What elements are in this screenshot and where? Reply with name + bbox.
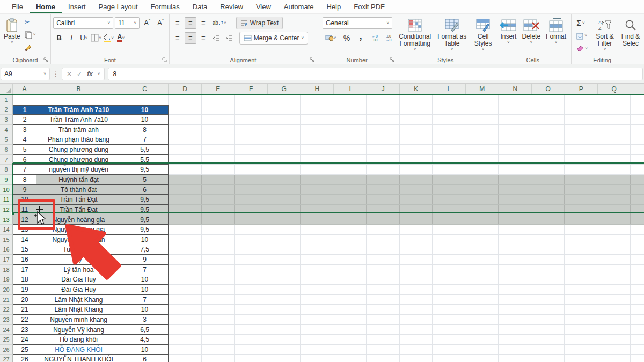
tab-review[interactable]: Review [214,1,250,13]
cell-C22[interactable]: 10 [121,305,169,315]
cancel-icon[interactable]: ✕ [67,70,72,78]
cell-styles-button[interactable]: Cell Styles ˅ [470,16,496,55]
format-painter-button[interactable] [23,42,38,54]
cell-A7[interactable]: 6 [13,155,36,165]
align-middle-button[interactable]: ≡ [185,17,196,29]
cell-A18[interactable]: 17 [13,265,36,275]
column-header-J[interactable]: J [367,84,400,94]
cell-C19[interactable]: 10 [121,275,169,285]
font-dialog-launcher[interactable] [162,57,167,63]
column-header-C[interactable]: C [121,84,169,94]
number-dialog-launcher[interactable] [390,57,395,63]
row-header-16[interactable]: 16 [0,245,13,255]
cell-A26[interactable]: 25 [13,345,36,355]
format-as-table-button[interactable]: Format as Table ˅ [434,16,470,55]
merge-center-button[interactable]: Merge & Center ˅ [239,32,308,45]
column-header-P[interactable]: P [565,84,598,94]
cell-C11[interactable]: 9,5 [121,195,169,205]
row-header-23[interactable]: 23 [0,315,13,325]
cell-A4[interactable]: 3 [13,125,36,135]
align-top-button[interactable]: ≡ [172,17,184,29]
cell-C18[interactable]: 7 [121,265,169,275]
cell-B6[interactable]: Chung phương dung [36,145,121,155]
cell-C2[interactable]: 10 [121,105,169,115]
empty-cells-row-19[interactable] [169,275,644,285]
cell-C7[interactable]: 5,5 [121,155,169,165]
cell-B27[interactable]: NGUYỄN THANH KHÔI [36,355,121,362]
name-box[interactable]: A9 ˅ [1,68,50,80]
shrink-font-button[interactable]: Aˇ [155,17,166,29]
tab-formulas[interactable]: Formulas [144,1,186,13]
cell-C14[interactable]: 9,5 [121,225,169,235]
row-header-22[interactable]: 22 [0,305,13,315]
cell-C5[interactable]: 7 [121,135,169,145]
tab-home[interactable]: Home [30,1,62,13]
cell-A6[interactable]: 5 [13,145,36,155]
formula-input[interactable]: 8 [108,68,643,80]
clipboard-dialog-launcher[interactable] [43,57,49,63]
cell-A24[interactable]: 23 [13,325,36,335]
cell-C21[interactable]: 7 [121,295,169,305]
cell-B9[interactable]: Huỳnh tấn đạt [36,175,121,185]
cell-B10[interactable]: Tô thành đạt [36,185,121,195]
autosum-button[interactable]: Σ˅ [575,17,589,29]
cell-A16[interactable]: 15 [13,245,36,255]
bold-button[interactable]: B [53,32,65,44]
empty-cells-row-6[interactable] [169,145,644,155]
cut-button[interactable]: ✂ [23,16,38,28]
cell-C16[interactable]: 7,5 [121,245,169,255]
empty-cells-row-27[interactable] [169,355,644,362]
cell-C6[interactable]: 5,5 [121,145,169,155]
cell-A13[interactable]: 12 [13,215,36,225]
insert-function-icon[interactable]: fx [87,70,93,78]
cell-A2[interactable]: 1 [13,105,36,115]
cell-B21[interactable]: Lâm Nhật Khang [36,295,121,305]
comma-style-button[interactable]: , [355,32,367,44]
increase-decimal-button[interactable]: ←0.00 [369,32,380,44]
cell-A10[interactable]: 9 [13,185,36,195]
borders-button[interactable]: ˅ [90,32,102,44]
select-all-corner[interactable] [0,84,13,94]
row-header-21[interactable]: 21 [0,295,13,305]
cell-A8[interactable]: 7 [13,165,36,175]
cell-B2[interactable]: Trần Trâm Anh 7a10 [36,105,121,115]
cell-B19[interactable]: Đái Gia Huy [36,275,121,285]
row-header-11[interactable]: 11 [0,195,13,205]
cell-A25[interactable]: 24 [13,335,36,345]
cell-C4[interactable]: 8 [121,125,169,135]
column-header-Q[interactable]: Q [598,84,631,94]
row-header-26[interactable]: 26 [0,345,13,355]
cell-B12[interactable]: Trần Tấn Đạt [36,205,121,215]
row-header-8[interactable]: 8 [0,165,13,175]
insert-cells-button[interactable]: Insert ˅ [499,16,518,55]
cell-C27[interactable]: 6 [121,355,169,362]
empty-cells-row-26[interactable] [169,345,644,355]
increase-indent-button[interactable] [223,32,235,44]
tab-data[interactable]: Data [186,1,214,13]
cell-B14[interactable]: Nguyễn hoàng gia [36,225,121,235]
cell-B17[interactable]: Ly [36,255,121,265]
column-header-E[interactable]: E [202,84,235,94]
empty-cells-row-15[interactable] [169,235,644,245]
cell-A21[interactable]: 20 [13,295,36,305]
empty-cells-row-3[interactable] [169,115,644,125]
cell-C17[interactable]: 9 [121,255,169,265]
fill-button[interactable]: ˅ [575,30,589,42]
empty-cells-row-23[interactable] [169,315,644,325]
cell-B5[interactable]: Phan phạn thảo băng [36,135,121,145]
cell-A27[interactable]: 26 [13,355,36,362]
cell-B13[interactable]: Nguyễn hoàng gia [36,215,121,225]
empty-cells-row-10[interactable] [169,185,644,195]
percent-style-button[interactable]: % [341,32,353,44]
cell-C10[interactable]: 6 [121,185,169,195]
row-header-13[interactable]: 13 [0,215,13,225]
empty-cells-row-4[interactable] [169,125,644,135]
empty-cells-row-5[interactable] [169,135,644,145]
decrease-indent-button[interactable] [210,32,222,44]
empty-cells-row-17[interactable] [169,255,644,265]
cell-A14[interactable]: 13 [13,225,36,235]
clear-button[interactable]: ˅ [575,43,589,55]
tab-view[interactable]: View [250,1,277,13]
tab-help[interactable]: Help [320,1,348,13]
empty-cells-row-14[interactable] [169,225,644,235]
